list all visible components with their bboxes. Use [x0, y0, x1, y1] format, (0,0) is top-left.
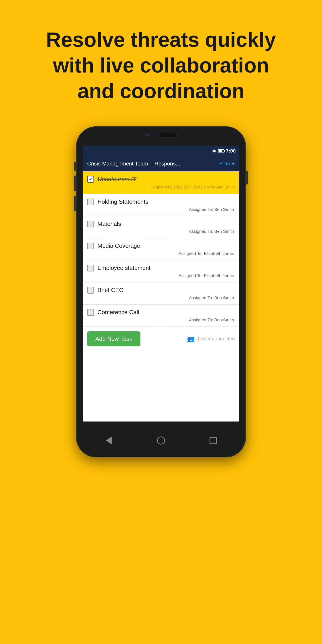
task-checkbox[interactable]	[87, 309, 94, 316]
users-connected-label: 1 user connected	[197, 336, 235, 342]
task-label: Brief CEO	[98, 286, 124, 294]
task-row: Holding Statements	[87, 198, 235, 206]
app-title: Crisis Management Team -- Respons...	[87, 160, 219, 167]
bluetooth-icon: ✱	[212, 148, 216, 154]
bottom-bar: Add New Task 👥 1 user connected	[83, 327, 239, 351]
task-label: Conference Call	[98, 308, 139, 316]
task-assigned-to: Assigned To: Elizabeth Jones	[87, 273, 235, 278]
add-task-button[interactable]: Add New Task	[87, 332, 140, 346]
task-assigned-to: Assigned To: Ben Smith	[87, 296, 235, 300]
task-row: Brief CEO	[87, 286, 235, 294]
status-time: 7:00	[226, 148, 236, 154]
task-checkbox[interactable]	[87, 265, 94, 272]
task-label: Media Coverage	[98, 242, 140, 250]
back-icon	[106, 436, 112, 444]
filter-label: Filter	[219, 161, 230, 166]
phone-wrapper: ✱ 7:00 Crisis Management Team -- Respons…	[76, 126, 246, 457]
task-checkbox[interactable]	[87, 198, 94, 205]
home-button[interactable]	[156, 436, 166, 445]
task-completed-meta: Completed 5/28/2020 7:00:43 PM by Ben Sm…	[87, 185, 235, 190]
task-checkbox[interactable]: ✓	[87, 176, 94, 183]
task-label: Holding Statements	[98, 198, 148, 206]
task-row: ✓Update from IT	[87, 176, 235, 183]
power-button	[246, 171, 248, 184]
task-label: Materials	[98, 220, 121, 228]
recents-icon	[210, 437, 217, 444]
task-checkbox[interactable]	[87, 287, 94, 294]
task-assigned-to: Assigned To: Ben Smith	[87, 318, 235, 322]
phone-frame: ✱ 7:00 Crisis Management Team -- Respons…	[76, 126, 246, 457]
task-label: Update from IT	[98, 176, 136, 183]
task-checkbox[interactable]	[87, 242, 94, 249]
users-connected: 👥 1 user connected	[187, 335, 235, 342]
back-button[interactable]	[104, 436, 113, 445]
volume-up-button	[74, 176, 76, 191]
task-item[interactable]: ✓Update from ITCompleted 5/28/2020 7:00:…	[83, 172, 239, 194]
status-icons: ✱ 7:00	[212, 148, 236, 154]
task-item[interactable]: Media CoverageAssigned To: Elizabeth Jon…	[83, 238, 239, 260]
users-icon: 👥	[187, 335, 195, 342]
battery-fill	[218, 150, 222, 152]
task-label: Employee statement	[98, 264, 150, 272]
task-item[interactable]: Brief CEOAssigned To: Ben Smith	[83, 282, 239, 304]
chevron-down-icon	[232, 163, 235, 165]
task-row: Employee statement	[87, 264, 235, 272]
volume-mute-button	[74, 162, 76, 171]
recents-button[interactable]	[209, 436, 218, 445]
task-assigned-to: Assigned To: Elizabeth Jones	[87, 251, 235, 256]
filter-button[interactable]: Filter	[219, 161, 235, 166]
home-icon	[157, 436, 165, 444]
task-checkbox[interactable]	[87, 221, 94, 228]
task-item[interactable]: Holding StatementsAssigned To: Ben Smith	[83, 194, 239, 216]
hero-section: Resolve threats quickly with live collab…	[0, 0, 322, 122]
task-list: ✓Update from ITCompleted 5/28/2020 7:00:…	[83, 172, 239, 327]
task-assigned-to: Assigned To: Ben Smith	[87, 229, 235, 234]
task-item[interactable]: Conference CallAssigned To: Ben Smith	[83, 304, 239, 327]
battery-icon	[218, 149, 224, 152]
app-header: Crisis Management Team -- Respons... Fil…	[83, 156, 239, 172]
task-row: Conference Call	[87, 308, 235, 316]
task-row: Media Coverage	[87, 242, 235, 250]
phone-bottom-nav	[83, 430, 239, 450]
status-bar: ✱ 7:00	[83, 146, 239, 156]
hero-title: Resolve threats quickly with live collab…	[36, 27, 286, 104]
phone-top-bar	[145, 132, 177, 138]
task-item[interactable]: MaterialsAssigned To: Ben Smith	[83, 216, 239, 238]
front-camera	[145, 132, 150, 138]
phone-screen: ✱ 7:00 Crisis Management Team -- Respons…	[83, 146, 239, 422]
speaker-grille	[159, 132, 177, 138]
task-row: Materials	[87, 220, 235, 228]
checkmark-icon: ✓	[89, 177, 92, 182]
task-item[interactable]: Employee statementAssigned To: Elizabeth…	[83, 260, 239, 282]
task-assigned-to: Assigned To: Ben Smith	[87, 207, 235, 212]
volume-down-button	[74, 196, 76, 211]
